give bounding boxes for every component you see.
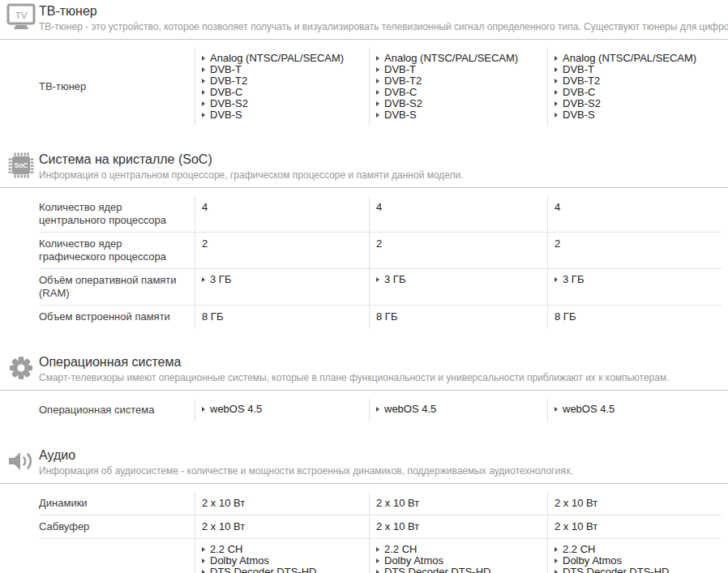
spec-value-text: webOS 4.5: [210, 403, 262, 415]
spec-value-cell: webOS 4.5: [369, 399, 547, 421]
arrow-icon: [376, 67, 379, 72]
spec-label: [39, 539, 195, 573]
arrow-icon: [376, 79, 379, 83]
arrow-icon: [202, 79, 205, 83]
spec-list-item: Analog (NTSC/PAL/SECAM): [202, 53, 361, 64]
spec-list-item: 3 ГБ: [202, 274, 361, 285]
spec-value-cell: Analog (NTSC/PAL/SECAM)DVB-TDVB-T2DVB-CD…: [369, 48, 547, 126]
spec-list-item: DTS Decoder DTS-HD: [202, 567, 361, 573]
spec-value-text: 2 x 10 Вт: [202, 497, 245, 509]
spec-value-text: Dolby Atmos: [384, 554, 443, 567]
spec-value-list: Analog (NTSC/PAL/SECAM)DVB-TDVB-T2DVB-CD…: [555, 53, 713, 121]
spec-list-item: DVB-T2: [376, 75, 539, 87]
arrow-icon: [555, 101, 558, 106]
spec-table: Количество ядер центрального процессора4…: [39, 196, 722, 328]
spec-list-item: DVB-S: [202, 109, 361, 121]
spec-row: Сабвуфер2 x 10 Вт2 x 10 Вт2 x 10 Вт: [39, 515, 722, 538]
arrow-icon: [555, 79, 558, 83]
spec-value-text: 3 ГБ: [210, 273, 231, 285]
speaker-icon: [6, 447, 36, 475]
spec-value-cell: 4: [195, 196, 369, 232]
spec-value-text: 2 x 10 Вт: [555, 497, 597, 509]
spec-list-item: DTS Decoder DTS-HD: [555, 567, 713, 573]
arrow-icon: [376, 570, 379, 573]
spec-row: Объём оперативной памяти (RAM)3 ГБ3 ГБ3 …: [39, 268, 722, 305]
spec-value-cell: 8 ГБ: [195, 306, 369, 328]
spec-value-text: DVB-C: [384, 86, 417, 98]
spec-value-cell: 8 ГБ: [369, 306, 547, 328]
section-title: Аудио: [39, 448, 573, 463]
spec-value-text: 4: [555, 201, 560, 213]
spec-value-text: 4: [376, 201, 382, 213]
section-header: Система на кристалле (SoC) Информация о …: [0, 150, 728, 188]
spec-value-text: DVB-S: [563, 109, 595, 121]
spec-value-list: 3 ГБ: [555, 274, 713, 285]
section-audio: Аудио Информация об аудиосистеме - колич…: [0, 446, 728, 573]
spec-value-cell: 3 ГБ: [547, 269, 722, 305]
spec-table: ТВ-тюнерAnalog (NTSC/PAL/SECAM)DVB-TDVB-…: [39, 48, 722, 126]
spec-value-text: Dolby Atmos: [210, 554, 269, 567]
spec-value-list: 2.2 CHDolby AtmosDTS Decoder DTS-HDWirel…: [555, 544, 713, 573]
spec-list-item: DVB-S2: [376, 98, 539, 109]
spec-value-list: webOS 4.5: [202, 404, 361, 415]
spec-list-item: DTS Decoder DTS-HD: [376, 567, 539, 573]
spec-list-item: DVB-S: [376, 109, 539, 121]
spec-value-cell: 2 x 10 Вт: [547, 492, 722, 515]
arrow-icon: [202, 277, 205, 282]
spec-value-text: 2 x 10 Вт: [376, 497, 419, 509]
section-heading: Операционная система Смарт-телевизоры им…: [39, 354, 670, 383]
spec-list-item: DVB-C: [555, 87, 713, 98]
spec-list-item: webOS 4.5: [376, 404, 539, 415]
spec-list-item: webOS 4.5: [202, 404, 361, 415]
arrow-icon: [376, 56, 379, 61]
spec-label: Объём оперативной памяти (RAM): [39, 269, 195, 305]
section-soc: Система на кристалле (SoC) Информация о …: [0, 150, 728, 328]
section-description: ТВ-тюнер - это устройство, которое позво…: [39, 22, 728, 32]
spec-label: Сабвуфер: [39, 515, 195, 538]
spec-list-item: webOS 4.5: [555, 404, 713, 415]
spec-value-text: DVB-S: [210, 109, 242, 121]
spec-list-item: Analog (NTSC/PAL/SECAM): [376, 53, 539, 64]
spec-value-text: Analog (NTSC/PAL/SECAM): [384, 52, 518, 64]
spec-value-cell: 2 x 10 Вт: [369, 492, 547, 515]
section-title: ТВ-тюнер: [39, 4, 728, 19]
section-heading: Аудио Информация об аудиосистеме - колич…: [39, 447, 573, 477]
spec-label: Объем встроенной памяти: [39, 306, 195, 328]
spec-label: Количество ядер центрального процессора: [39, 196, 195, 232]
spec-value-cell: 2: [547, 233, 722, 268]
spec-value-text: DTS Decoder DTS-HD: [563, 566, 669, 573]
spec-value-cell: Analog (NTSC/PAL/SECAM)DVB-TDVB-T2DVB-CD…: [547, 48, 722, 126]
spec-list-item: 3 ГБ: [376, 274, 539, 285]
arrow-icon: [376, 407, 379, 412]
spec-value-text: DVB-S2: [210, 97, 248, 109]
spec-value-text: 2: [376, 237, 382, 250]
section-title: Система на кристалле (SoC): [39, 152, 464, 167]
spec-value-text: Dolby Atmos: [563, 554, 622, 567]
spec-value-text: DVB-T2: [384, 75, 422, 87]
arrow-icon: [376, 547, 379, 552]
spec-value-cell: webOS 4.5: [547, 399, 722, 421]
spec-value-text: 2 x 10 Вт: [376, 520, 419, 532]
spec-list-item: DVB-T: [202, 64, 361, 75]
section-heading: ТВ-тюнер ТВ-тюнер - это устройство, кото…: [39, 3, 728, 32]
section-description: Смарт-телевизоры имеют операционные сист…: [39, 373, 670, 383]
spec-value-list: 3 ГБ: [202, 274, 361, 285]
arrow-icon: [555, 113, 558, 118]
spec-value-text: 3 ГБ: [384, 273, 405, 285]
spec-value-list: 3 ГБ: [376, 274, 539, 285]
spec-value-text: 2 x 10 Вт: [202, 520, 245, 532]
spec-label: ТВ-тюнер: [39, 48, 195, 126]
spec-value-cell: 3 ГБ: [195, 269, 369, 305]
spec-value-text: DVB-C: [210, 86, 242, 98]
spec-value-cell: 3 ГБ: [369, 269, 547, 305]
arrow-icon: [202, 113, 205, 118]
spec-value-text: 2.2 CH: [384, 543, 417, 555]
spec-value-text: DVB-T: [384, 63, 416, 75]
spec-value-text: 2.2 CH: [210, 543, 242, 555]
spec-label: Операционная система: [39, 399, 195, 421]
spec-label: Динамики: [39, 492, 195, 515]
spec-value-list: Analog (NTSC/PAL/SECAM)DVB-TDVB-T2DVB-CD…: [202, 53, 361, 121]
spec-list-item: DVB-T2: [555, 75, 713, 87]
spec-value-text: DVB-S: [384, 109, 417, 121]
spec-value-cell: webOS 4.5: [195, 399, 369, 421]
